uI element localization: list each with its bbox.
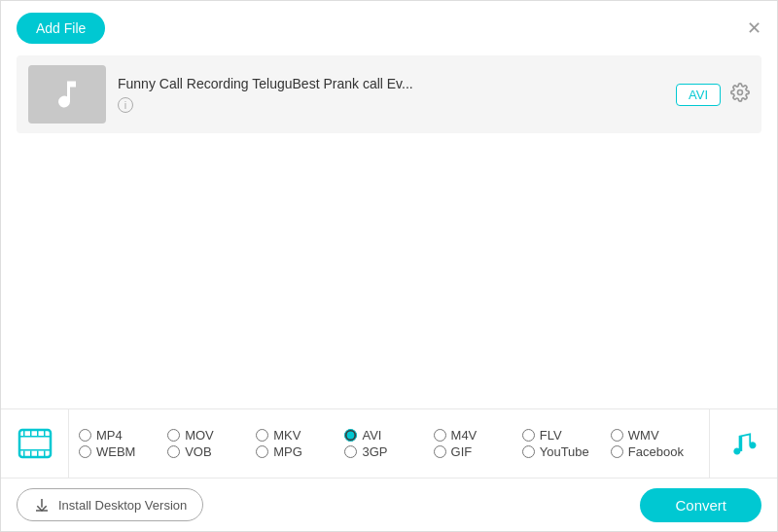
- format-option-mov[interactable]: MOV: [167, 428, 256, 443]
- footer: Install Desktop Version Convert: [1, 479, 777, 531]
- format-option-3gp[interactable]: 3GP: [344, 444, 433, 459]
- radio-flv[interactable]: [522, 429, 535, 442]
- film-icon: [18, 426, 53, 461]
- file-item: Funny Call Recording TeluguBest Prank ca…: [17, 55, 761, 133]
- file-actions: AVI: [676, 83, 750, 107]
- svg-rect-10: [37, 451, 39, 457]
- svg-rect-2: [19, 436, 51, 438]
- radio-mpg[interactable]: [256, 445, 268, 458]
- add-file-button[interactable]: Add File: [17, 13, 105, 44]
- format-option-m4v[interactable]: M4V: [434, 428, 522, 443]
- radio-vob[interactable]: [167, 445, 180, 458]
- radio-youtube[interactable]: [522, 445, 535, 458]
- radio-mov[interactable]: [167, 429, 180, 442]
- format-option-avi[interactable]: AVI: [344, 428, 433, 443]
- svg-rect-9: [30, 451, 32, 457]
- audio-tab-button[interactable]: [709, 409, 777, 478]
- svg-rect-11: [44, 451, 46, 457]
- svg-rect-6: [37, 430, 39, 436]
- radio-gif[interactable]: [434, 445, 446, 458]
- format-option-webm[interactable]: WEBM: [79, 444, 167, 459]
- gear-icon: [730, 83, 750, 102]
- file-thumbnail: [28, 65, 106, 124]
- radio-webm[interactable]: [79, 445, 91, 458]
- format-option-mpg[interactable]: MPG: [256, 444, 344, 459]
- content-area: [1, 133, 777, 357]
- svg-rect-4: [23, 430, 25, 436]
- format-panel: MP4 MOV MKV AVI M4V FLV WMV W: [1, 408, 777, 479]
- install-desktop-button[interactable]: Install Desktop Version: [17, 488, 203, 521]
- music-icon: [50, 77, 85, 112]
- radio-3gp[interactable]: [344, 445, 357, 458]
- radio-mp4[interactable]: [79, 429, 91, 442]
- format-badge-button[interactable]: AVI: [676, 84, 721, 106]
- radio-avi[interactable]: [344, 429, 357, 442]
- format-option-wmv[interactable]: WMV: [611, 428, 699, 443]
- format-option-vob[interactable]: VOB: [167, 444, 256, 459]
- svg-rect-8: [23, 451, 25, 457]
- svg-rect-5: [30, 430, 32, 436]
- radio-wmv[interactable]: [611, 429, 623, 442]
- info-icon[interactable]: i: [118, 97, 133, 113]
- format-option-flv[interactable]: FLV: [522, 428, 611, 443]
- radio-facebook[interactable]: [611, 445, 623, 458]
- music-note-icon: [728, 428, 760, 459]
- radio-mkv[interactable]: [256, 429, 268, 442]
- file-list: Funny Call Recording TeluguBest Prank ca…: [1, 55, 777, 133]
- svg-point-0: [738, 89, 743, 94]
- download-icon: [33, 496, 51, 514]
- format-option-mkv[interactable]: MKV: [256, 428, 344, 443]
- format-icon-box[interactable]: [1, 409, 69, 478]
- radio-m4v[interactable]: [434, 429, 446, 442]
- header: Add File ✕: [1, 1, 777, 52]
- settings-button[interactable]: [730, 83, 750, 107]
- format-option-mp4[interactable]: MP4: [79, 428, 167, 443]
- close-button[interactable]: ✕: [747, 19, 761, 37]
- file-name: Funny Call Recording TeluguBest Prank ca…: [118, 76, 664, 91]
- svg-rect-3: [19, 449, 51, 451]
- svg-rect-7: [44, 430, 46, 436]
- convert-button[interactable]: Convert: [640, 488, 761, 522]
- format-option-youtube[interactable]: YouTube: [522, 444, 611, 459]
- file-info: Funny Call Recording TeluguBest Prank ca…: [118, 76, 664, 113]
- format-option-facebook[interactable]: Facebook: [611, 444, 699, 459]
- format-option-gif[interactable]: GIF: [434, 444, 522, 459]
